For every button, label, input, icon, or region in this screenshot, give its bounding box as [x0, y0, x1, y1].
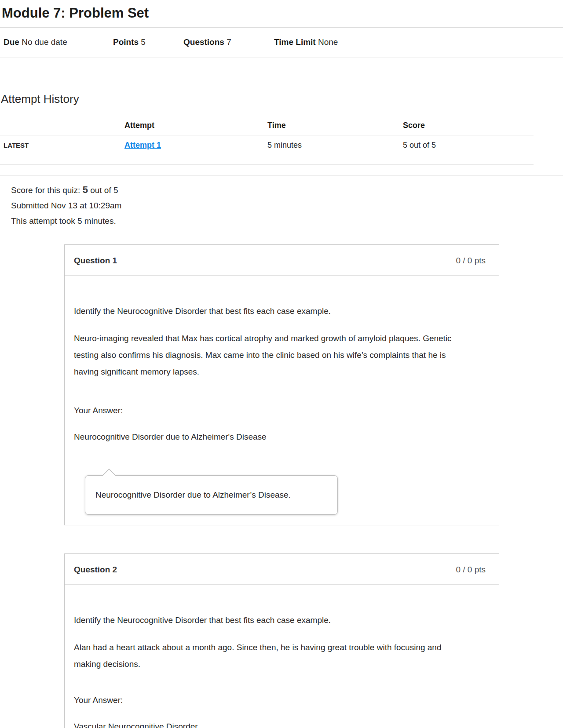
attempt-time-cell: 5 minutes: [267, 135, 403, 155]
question-1-feedback-tooltip: Neurocognitive Disorder due to Alzheimer…: [85, 475, 338, 515]
attempt-score-cell: 5 out of 5: [403, 135, 534, 155]
question-2-your-answer-label: Your Answer:: [74, 692, 481, 709]
attempt-table-row: LATEST Attempt 1 5 minutes 5 out of 5: [0, 135, 534, 155]
attempt-history-table: Attempt Time Score LATEST Attempt 1 5 mi…: [0, 116, 534, 165]
score-column-header: Score: [403, 116, 534, 135]
attempt-table-footer-row: [0, 155, 534, 165]
question-2-header: Question 2 0 / 0 pts: [65, 554, 499, 585]
question-1-title: Question 1: [74, 256, 117, 266]
question-2-answer: Vascular Neurocognitive Disorder: [74, 718, 481, 728]
question-1-your-answer-label: Your Answer:: [74, 402, 481, 419]
page-title: Module 7: Problem Set: [0, 0, 563, 28]
score-prefix: Score for this quiz:: [11, 186, 80, 195]
due-label: Due: [4, 37, 19, 47]
quiz-questions: Questions 7: [183, 37, 231, 47]
question-1-answer: Neurocognitive Disorder due to Alzheimer…: [74, 429, 481, 445]
quiz-points: Points 5: [113, 37, 146, 47]
question-2-prompt: Identify the Neurocognitive Disorder tha…: [74, 612, 481, 629]
section-divider: [0, 175, 563, 176]
question-1-prompt: Identify the Neurocognitive Disorder tha…: [74, 303, 481, 320]
question-1-feedback-text: Neurocognitive Disorder due to Alzheimer…: [95, 490, 291, 500]
question-1-body: Identify the Neurocognitive Disorder tha…: [65, 276, 499, 525]
latest-label: LATEST: [0, 135, 124, 155]
score-suffix: out of 5: [90, 186, 118, 195]
attempt-history-heading: Attempt History: [1, 92, 563, 106]
attempt-table-empty-header: [0, 116, 124, 135]
question-1-points: 0 / 0 pts: [456, 256, 486, 266]
question-2-body: Identify the Neurocognitive Disorder tha…: [65, 585, 499, 728]
question-1-case-text: Neuro-imaging revealed that Max has cort…: [74, 330, 457, 380]
question-2-title: Question 2: [74, 565, 117, 575]
score-line: Score for this quiz: 5 out of 5: [11, 182, 563, 198]
time-column-header: Time: [267, 116, 403, 135]
score-value: 5: [83, 184, 88, 195]
time-limit-value: None: [318, 37, 338, 47]
questions-label: Questions: [183, 37, 224, 47]
points-value: 5: [141, 37, 146, 47]
submitted-line: Submitted Nov 13 at 10:29am: [11, 198, 563, 213]
attempt-link[interactable]: Attempt 1: [124, 141, 161, 149]
time-limit-label: Time Limit: [274, 37, 316, 47]
quiz-due: Due No due date: [4, 37, 67, 47]
question-2-card: Question 2 0 / 0 pts Identify the Neuroc…: [64, 553, 499, 728]
quiz-info-bar: Due No due date Points 5 Questions 7 Tim…: [0, 28, 563, 58]
questions-value: 7: [227, 37, 231, 47]
points-label: Points: [113, 37, 139, 47]
due-value: No due date: [22, 37, 67, 47]
question-1-header: Question 1 0 / 0 pts: [65, 245, 499, 276]
attempt-table-header-row: Attempt Time Score: [0, 116, 534, 135]
question-2-points: 0 / 0 pts: [456, 565, 486, 575]
quiz-time-limit: Time Limit None: [274, 37, 338, 47]
duration-line: This attempt took 5 minutes.: [11, 213, 563, 229]
question-2-case-text: Alan had a heart attack about a month ag…: [74, 639, 457, 673]
attempt-column-header: Attempt: [124, 116, 267, 135]
quiz-score-summary: Score for this quiz: 5 out of 5 Submitte…: [11, 182, 563, 229]
question-1-card: Question 1 0 / 0 pts Identify the Neuroc…: [64, 244, 499, 525]
